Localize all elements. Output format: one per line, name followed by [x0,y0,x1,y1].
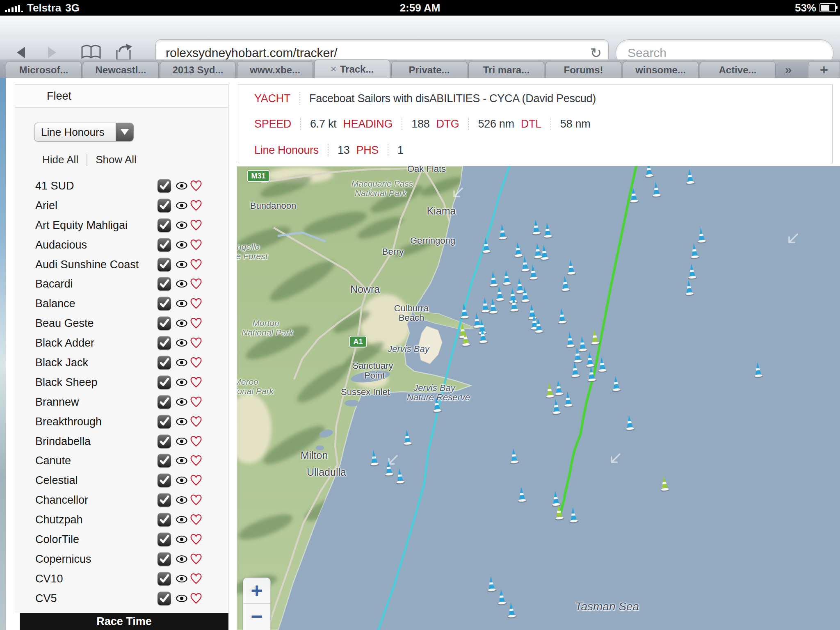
eye-icon[interactable] [176,594,187,603]
yacht-marker[interactable] [477,327,488,345]
tab-winsome-[interactable]: winsome... [623,61,698,78]
favorite-heart-icon[interactable] [190,318,202,329]
visibility-checkbox[interactable] [158,336,171,350]
yacht-marker[interactable] [658,475,670,492]
eye-icon[interactable] [176,575,187,583]
yacht-marker[interactable] [538,244,550,261]
new-tab-button[interactable]: + [808,61,840,78]
zoom-in-button[interactable]: + [243,578,270,604]
visibility-checkbox[interactable] [158,493,171,507]
visibility-checkbox[interactable] [158,474,171,487]
yacht-marker[interactable] [562,391,574,408]
favorite-heart-icon[interactable] [190,357,202,368]
favorite-heart-icon[interactable] [190,259,202,270]
eye-icon[interactable] [176,378,187,386]
visibility-checkbox[interactable] [158,277,171,291]
favorite-heart-icon[interactable] [190,436,202,447]
yacht-marker[interactable] [564,331,576,349]
yacht-marker[interactable] [623,414,635,431]
yacht-marker[interactable] [519,286,531,304]
url-input[interactable] [165,46,584,60]
yacht-marker[interactable] [567,507,579,524]
yacht-marker[interactable] [695,227,707,244]
yacht-marker[interactable] [556,308,568,325]
yacht-marker[interactable] [569,361,581,379]
visibility-checkbox[interactable] [158,317,171,330]
visibility-checkbox[interactable] [158,591,171,605]
yacht-marker[interactable] [650,181,662,198]
yacht-marker[interactable] [431,396,443,413]
favorite-heart-icon[interactable] [190,495,202,505]
yacht-marker[interactable] [532,317,544,334]
visibility-checkbox[interactable] [158,179,171,192]
eye-icon[interactable] [176,241,187,249]
visibility-checkbox[interactable] [158,552,171,566]
visibility-checkbox[interactable] [158,375,171,389]
zoom-out-button[interactable]: − [243,604,270,629]
tab-private-[interactable]: Private... [391,61,467,78]
eye-icon[interactable] [176,339,187,347]
eye-icon[interactable] [176,516,187,524]
yacht-marker[interactable] [496,224,508,241]
division-dropdown[interactable]: Line Honours [34,123,134,142]
yacht-marker[interactable] [541,222,553,239]
eye-icon[interactable] [176,260,187,269]
yacht-marker[interactable] [683,279,695,297]
visibility-checkbox[interactable] [158,415,171,428]
eye-icon[interactable] [176,555,187,563]
yacht-marker[interactable] [530,219,542,236]
yacht-marker[interactable] [752,361,764,379]
eye-icon[interactable] [176,535,187,543]
favorite-heart-icon[interactable] [190,338,202,348]
show-all-link[interactable]: Show All [96,153,137,166]
visibility-checkbox[interactable] [158,513,171,527]
eye-icon[interactable] [176,319,187,327]
tab-newcastl-[interactable]: Newcastl... [83,61,159,78]
yacht-marker[interactable] [553,504,565,521]
tab-close-icon[interactable]: × [331,63,337,75]
yacht-marker[interactable] [487,298,499,315]
eye-icon[interactable] [176,221,187,229]
favorite-heart-icon[interactable] [190,455,202,466]
eye-icon[interactable] [176,437,187,445]
yacht-marker[interactable] [688,242,700,260]
yacht-marker[interactable] [459,330,471,347]
visibility-checkbox[interactable] [158,258,171,271]
tab-2013-syd-[interactable]: 2013 Syd... [160,61,236,78]
yacht-marker[interactable] [383,460,395,477]
eye-icon[interactable] [176,398,187,406]
favorite-heart-icon[interactable] [190,573,202,584]
yacht-marker[interactable] [628,187,639,204]
yacht-marker[interactable] [368,450,380,467]
yacht-marker[interactable] [565,259,577,276]
yacht-marker[interactable] [508,447,520,465]
tab-forums-[interactable]: Forums! [546,61,621,78]
favorite-heart-icon[interactable] [190,593,202,604]
visibility-checkbox[interactable] [158,434,171,448]
tab-microsof-[interactable]: Microsof... [6,61,82,78]
yacht-marker[interactable] [559,275,571,292]
yacht-marker[interactable] [500,269,512,286]
eye-icon[interactable] [176,496,187,504]
visibility-checkbox[interactable] [158,297,171,310]
favorite-heart-icon[interactable] [190,180,202,191]
yacht-marker[interactable] [585,365,597,383]
favorite-heart-icon[interactable] [190,534,202,545]
favorite-heart-icon[interactable] [190,278,202,289]
visibility-checkbox[interactable] [158,454,171,468]
yacht-marker[interactable] [480,237,492,254]
yacht-marker[interactable] [643,166,655,178]
yacht-marker[interactable] [610,375,622,393]
race-time-bar[interactable]: Race Time [20,613,228,630]
tab-active-[interactable]: Active... [700,61,776,78]
favorite-heart-icon[interactable] [190,200,202,211]
eye-icon[interactable] [176,358,187,367]
tab-track-[interactable]: ×Track... [314,59,390,78]
eye-icon[interactable] [176,476,187,484]
eye-icon[interactable] [176,280,187,288]
favorite-heart-icon[interactable] [190,377,202,388]
visibility-checkbox[interactable] [158,395,171,409]
favorite-heart-icon[interactable] [190,240,202,250]
hide-all-link[interactable]: Hide All [42,153,78,166]
yacht-marker[interactable] [458,303,470,320]
